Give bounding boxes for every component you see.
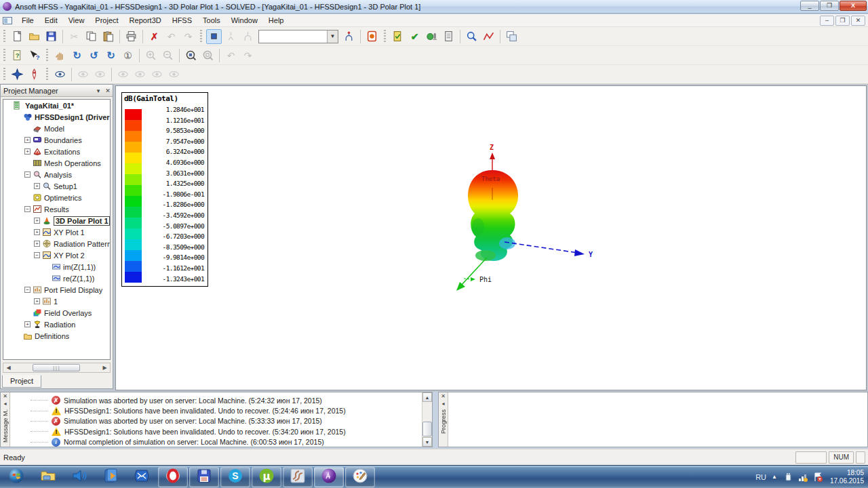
message-row[interactable]: !HFSSDesign1: Solutions have been invali… — [10, 426, 432, 436]
project-tree-hscrollbar[interactable]: ◀ | | | ▶ — [3, 363, 111, 373]
mail-app-button[interactable] — [127, 467, 157, 487]
toolbar-grip[interactable] — [199, 30, 203, 43]
message-scroll-thumb[interactable] — [422, 422, 432, 436]
expand-icon[interactable]: + — [34, 229, 40, 235]
validation-check-icon[interactable] — [390, 29, 406, 44]
redo-icon[interactable]: ↷ — [180, 29, 196, 44]
progress-collapse-icon[interactable]: ◂ — [441, 400, 444, 407]
paint-button[interactable] — [345, 467, 375, 487]
backup-tool-button[interactable] — [189, 467, 219, 487]
print-icon[interactable] — [123, 29, 139, 44]
view-option-1-icon[interactable] — [115, 67, 131, 82]
toolbar-grip[interactable] — [3, 30, 6, 43]
menu-help[interactable]: Help — [263, 15, 290, 26]
minimize-button[interactable]: _ — [800, 1, 819, 11]
power-icon[interactable] — [783, 472, 793, 483]
toolbar-grip[interactable] — [3, 68, 6, 81]
start-button[interactable] — [1, 467, 32, 487]
create-report-icon[interactable] — [481, 29, 496, 44]
tree-item-yagakitai-01[interactable]: YagaKitai_01* — [3, 100, 110, 111]
tree-item-field-overlays[interactable]: Field Overlays — [3, 307, 110, 319]
copy-image-icon[interactable] — [504, 29, 519, 44]
validate-ok-icon[interactable]: ✔ — [407, 29, 422, 44]
menu-project[interactable]: Project — [90, 15, 123, 26]
volume-app-button[interactable] — [64, 467, 94, 487]
edit-sources-icon[interactable] — [223, 29, 239, 44]
project-tab[interactable]: Project — [2, 375, 41, 388]
toolbar-grip[interactable] — [45, 68, 49, 81]
zoom-out-icon[interactable] — [160, 48, 176, 63]
tree-item-label[interactable]: Results — [44, 205, 69, 214]
action-center-icon[interactable] — [812, 472, 823, 483]
help-topics-icon[interactable]: ? — [9, 48, 25, 63]
copy-icon[interactable] — [83, 29, 99, 44]
utorrent-button[interactable]: µ — [252, 467, 281, 487]
rotate-screen-icon[interactable]: ↻ — [103, 48, 119, 63]
plot-window[interactable]: dB(GainTotal) 1.2846e+0011.1216e+0019.58… — [115, 85, 867, 390]
message-row[interactable]: iNormal completion of simulation on serv… — [10, 437, 432, 447]
message-row[interactable]: !HFSSDesign1: Solutions have been invali… — [10, 405, 432, 415]
tree-item-im-z-1-1[interactable]: im(Z(1,1)) — [3, 261, 110, 272]
collapse-icon[interactable]: − — [24, 287, 31, 293]
menu-edit[interactable]: Edit — [39, 15, 63, 26]
optimetrics-view-icon[interactable] — [464, 29, 479, 44]
tree-item-label[interactable]: YagaKitai_01* — [25, 102, 74, 110]
opera-button[interactable] — [158, 467, 188, 487]
view-undo-icon[interactable]: ↶ — [223, 48, 239, 63]
tree-item-label[interactable]: Excitations — [44, 148, 80, 156]
view-option-3-icon[interactable] — [149, 67, 165, 82]
tree-item-label[interactable]: Mesh Operations — [44, 159, 101, 167]
collapse-icon[interactable]: − — [24, 171, 31, 178]
cut-icon[interactable]: ✂ — [66, 29, 82, 44]
tree-item-mesh-operations[interactable]: Mesh Operations — [3, 157, 110, 169]
expand-icon[interactable]: + — [34, 241, 40, 247]
message-vscrollbar[interactable]: ▲ ▼ — [422, 392, 432, 447]
analysis-options-icon[interactable] — [364, 29, 380, 44]
tree-item-label[interactable]: Analysis — [44, 171, 72, 179]
mdi-restore-button[interactable]: ❐ — [835, 16, 850, 26]
expand-icon[interactable]: + — [24, 148, 31, 155]
scroll-down-icon[interactable]: ▼ — [422, 437, 432, 447]
mdi-close-button[interactable]: ✕ — [851, 16, 865, 26]
analyze-all-icon[interactable] — [424, 29, 439, 44]
tree-item-label[interactable]: 1 — [54, 298, 58, 306]
tree-item-label[interactable]: Definitions — [35, 332, 69, 340]
rotate-model-icon[interactable]: ↺ — [86, 48, 102, 63]
tree-item-label[interactable]: HFSSDesign1 (Driver — [35, 113, 110, 121]
tree-item-boundaries[interactable]: +Boundaries — [3, 134, 110, 146]
menu-file[interactable]: File — [16, 15, 39, 26]
paste-icon[interactable] — [100, 29, 116, 44]
mdi-child-icon[interactable] — [3, 17, 12, 24]
tree-item-xy-plot-2[interactable]: −XY Plot 2 — [3, 249, 110, 261]
close-button[interactable]: X — [840, 1, 867, 11]
tree-item-1[interactable]: +1 — [3, 296, 110, 307]
toolbar-grip[interactable] — [45, 49, 49, 62]
tree-item-port-field-display[interactable]: −Port Field Display — [3, 284, 110, 296]
tree-item-label[interactable]: Boundaries — [44, 136, 82, 144]
panel-menu-icon[interactable]: ▾ — [94, 87, 103, 94]
tree-item-label[interactable]: Model — [44, 125, 64, 133]
radiation-pattern-3d[interactable]: Z Theta Y Phi — [445, 140, 628, 310]
tree-item-label[interactable]: XY Plot 1 — [54, 228, 85, 237]
language-indicator[interactable]: RU — [755, 473, 766, 481]
rotate-center-icon[interactable]: ↻ — [69, 48, 85, 63]
tree-item-analysis[interactable]: −Analysis — [3, 169, 110, 180]
context-help-icon[interactable]: ? — [26, 48, 42, 63]
tree-item-results[interactable]: −Results — [3, 203, 110, 215]
mdi-minimize-button[interactable]: – — [820, 16, 834, 26]
tree-item-label[interactable]: Radiation Pattern — [54, 240, 110, 248]
view-redo-icon[interactable]: ↷ — [240, 48, 256, 63]
scroll-left-icon[interactable]: ◀ — [3, 365, 14, 371]
menu-view[interactable]: View — [63, 15, 90, 26]
design-combobox[interactable]: ▼ — [258, 30, 338, 43]
tree-item-xy-plot-1[interactable]: +XY Plot 1 — [3, 226, 110, 238]
expand-icon[interactable]: + — [34, 298, 40, 304]
hide-selection-icon[interactable] — [75, 67, 91, 82]
panel-close-icon[interactable]: ✕ — [103, 87, 113, 94]
message-row[interactable]: ✗Simulation was aborted by user on serve… — [10, 416, 432, 426]
tree-item-label[interactable]: XY Plot 2 — [54, 251, 85, 260]
delete-icon[interactable]: ✗ — [146, 29, 162, 44]
restore-button[interactable]: ❐ — [820, 1, 839, 11]
message-close-icon[interactable]: ✕ — [3, 392, 7, 400]
view-option-2-icon[interactable] — [132, 67, 148, 82]
